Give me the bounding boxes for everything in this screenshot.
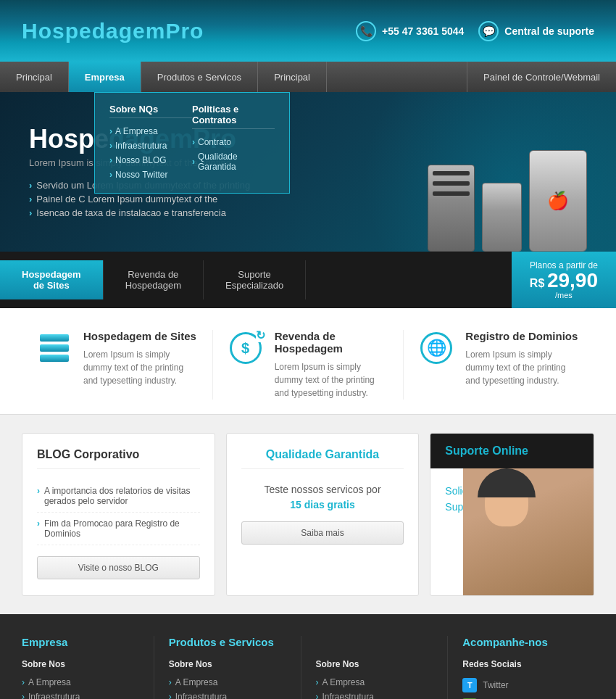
footer-col3-item-1[interactable]: A Empresa [316, 675, 433, 690]
hero-feature-3: Isencao de taxa de instalacao e transfer… [29, 206, 587, 220]
footer-col-social: Acompanhe-nos Redes Sociais T Twitter O … [448, 636, 594, 699]
footer-col-produtos2: space Sobre Nos A Empresa Infraestrutura… [301, 636, 449, 699]
service-dominios: 🌐 Registro de Dominios Lorem Ipsum is si… [404, 330, 594, 400]
header-contact: 📞 +55 47 3361 5044 💬 Central de suporte [356, 21, 594, 41]
service-title-2: Revenda de Hospedagem [275, 330, 389, 355]
service-title-3: Registro de Dominios [465, 330, 580, 342]
service-title-1: Hospedagem de Sites [83, 330, 198, 342]
dropdown-item-infra[interactable]: Infraestrutura [109, 138, 192, 153]
footer-sobre-title-1: Sobre Nos [22, 659, 139, 669]
blog-post-1[interactable]: A importancia dos relatorios de visitas … [37, 480, 200, 513]
price-box: Planos a partir de R$ 29,90 /mes [512, 252, 616, 308]
price-suffix: /mes [530, 291, 598, 299]
price-currency: R$ [530, 277, 544, 289]
support-image [463, 468, 594, 595]
quality-card: Qualidade Garantida Teste nossos servico… [226, 433, 420, 596]
service-desc-1: Lorem Ipsum is simply dummy text of the … [83, 348, 198, 387]
site-header: HospedagemPro 📞 +55 47 3361 5044 💬 Centr… [0, 0, 616, 62]
twitter-icon: T [462, 678, 477, 692]
logo: HospedagemPro [22, 19, 204, 44]
nav-item-painel[interactable]: Painel de Controle/Webmail [467, 62, 616, 92]
support-person-image [463, 468, 594, 595]
blog-card: BLOG Corporativo A importancia dos relat… [22, 433, 215, 596]
main-nav: Principal Empresa Produtos e Servicos Pr… [0, 62, 616, 92]
footer-col4-title: Acompanhe-nos [462, 636, 580, 648]
dropdown-section1-title: Sobre NQs [109, 104, 192, 118]
hero-tab-revenda[interactable]: Revenda deHospedagem [104, 260, 204, 299]
phone-icon: 📞 [356, 21, 376, 41]
middle-section: BLOG Corporativo A importancia dos relat… [0, 415, 616, 614]
quality-highlight: 15 dias gratis [241, 499, 404, 510]
twitter-label: Twitter [483, 680, 508, 690]
hero-tabs: Hospedagemde Sites Revenda deHospedagem … [0, 252, 616, 308]
dropdown-section2-title: Politicas e Contratos [192, 104, 275, 129]
service-desc-2: Lorem Ipsum is simply dummy text of the … [275, 360, 389, 400]
servers-icon [36, 330, 72, 366]
services-section: Hospedagem de Sites Lorem Ipsum is simpl… [0, 308, 616, 415]
dollar-refresh-icon: $ [228, 330, 264, 366]
dropdown-item-contrato[interactable]: Contrato [192, 135, 275, 149]
footer-sobre-title-2: Sobre Nos [169, 659, 286, 669]
footer-empresa-item-1[interactable]: A Empresa [22, 675, 139, 690]
footer-col-produtos: Produtos e Servicos Sobre Nos A Empresa … [154, 636, 301, 699]
social-twitter[interactable]: T Twitter [462, 675, 580, 695]
dropdown-menu: Sobre NQs A Empresa Infraestrutura Nosso… [94, 92, 290, 194]
footer-columns: Empresa Sobre Nos A Empresa Infraestrutu… [22, 636, 594, 699]
footer-col2-title: Produtos e Servicos [169, 636, 286, 648]
blog-button[interactable]: Visite o nosso BLOG [37, 556, 200, 579]
site-footer: Empresa Sobre Nos A Empresa Infraestrutu… [0, 614, 616, 699]
price-display: R$ 29,90 [530, 270, 598, 291]
footer-col-empresa: Empresa Sobre Nos A Empresa Infraestrutu… [22, 636, 154, 699]
footer-empresa-item-2[interactable]: Infraestrutura [22, 690, 139, 699]
quality-title: Qualidade Garantida [241, 448, 404, 469]
dropdown-item-empresa[interactable]: A Empresa [109, 124, 192, 138]
dropdown-item-qualidade[interactable]: Qualidade Garantida [192, 149, 275, 174]
nav-item-principal2[interactable]: Principal [258, 62, 327, 92]
nav-item-principal[interactable]: Principal [0, 62, 69, 92]
quality-text: Teste nossos servicos por [241, 484, 404, 495]
service-hospedagem: Hospedagem de Sites Lorem Ipsum is simpl… [22, 330, 213, 400]
globe-icon: 🌐 [418, 330, 454, 366]
price-value: 29,90 [547, 269, 598, 291]
hero-tab-suporte[interactable]: SuporteEspecializado [204, 260, 306, 299]
footer-produtos-item-2[interactable]: Infraestrutura [169, 690, 286, 699]
social-orkut[interactable]: O Orkut [462, 695, 580, 699]
phone-display: 📞 +55 47 3361 5044 [356, 21, 464, 41]
support-title: Suporte Online [445, 444, 579, 458]
footer-col1-title: Empresa [22, 636, 139, 648]
dropdown-item-blog[interactable]: Nosso BLOG [109, 153, 192, 167]
quality-button[interactable]: Saiba mais [241, 521, 404, 545]
blog-title: BLOG Corporativo [37, 448, 200, 469]
dropdown-section-politicas: Politicas e Contratos Contrato Qualidade… [192, 104, 275, 182]
service-revenda: $ Revenda de Hospedagem Lorem Ipsum is s… [213, 330, 404, 400]
redes-sociais-title: Redes Sociais [462, 659, 580, 669]
hero-feature-2: Painel de C Lorem Ipsum dummytext of the [29, 192, 587, 206]
footer-col3-item-2[interactable]: Infraestrutura [316, 690, 433, 699]
support-link[interactable]: 💬 Central de suporte [478, 21, 594, 41]
blog-post-2[interactable]: Fim da Promocao para Registro de Dominio… [37, 513, 200, 545]
nav-item-produtos[interactable]: Produtos e Servicos [141, 62, 258, 92]
dropdown-section-sobre: Sobre NQs A Empresa Infraestrutura Nosso… [109, 104, 192, 182]
support-card: Suporte Online Solicitar Suporte [430, 433, 594, 596]
hero-tab-hospedagem[interactable]: Hospedagemde Sites [0, 260, 104, 299]
support-icon: 💬 [478, 21, 499, 41]
service-desc-3: Lorem Ipsum is simply dummy text of the … [465, 348, 580, 387]
footer-produtos-item-1[interactable]: A Empresa [169, 675, 286, 690]
nav-item-empresa[interactable]: Empresa [69, 62, 141, 92]
hero-section: HospedagemPro Lorem Ipsum is simply dumm… [0, 92, 616, 252]
footer-sobre-title-3: Sobre Nos [316, 659, 433, 669]
dropdown-item-twitter[interactable]: Nosso Twitter [109, 167, 192, 182]
